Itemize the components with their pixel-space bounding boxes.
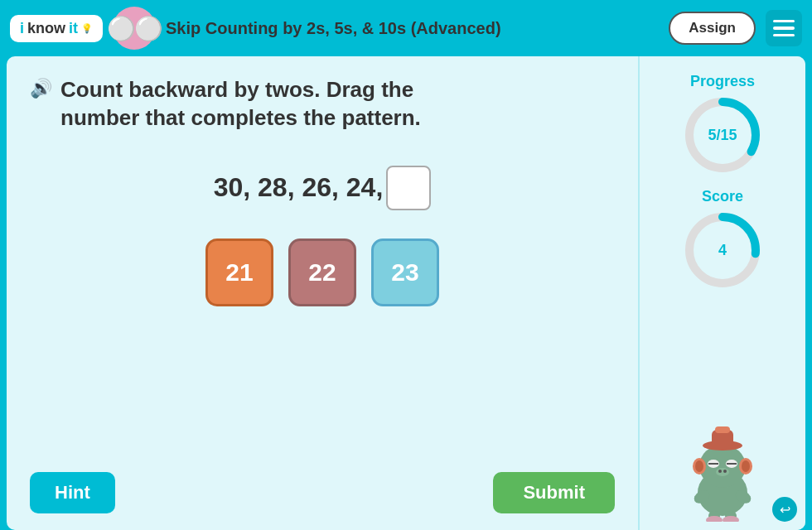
hint-button[interactable]: Hint	[30, 472, 115, 513]
assign-button[interactable]: Assign	[669, 12, 756, 45]
menu-line-3	[773, 34, 795, 37]
progress-section: Progress 5/15	[681, 73, 764, 176]
tile-23[interactable]: 23	[371, 238, 439, 306]
back-button[interactable]: ↩	[772, 497, 797, 522]
score-chart: 4	[681, 209, 764, 292]
svg-point-19	[742, 460, 750, 472]
question-text: Count backward by twos. Drag the number …	[60, 76, 421, 132]
dots-icon: ⚪⚪	[107, 15, 162, 42]
bulb-icon: 💡	[81, 23, 93, 34]
tile-21[interactable]: 21	[205, 238, 273, 306]
audio-icon[interactable]: 🔊	[30, 78, 52, 99]
logo: iknowit 💡	[10, 15, 103, 42]
bottom-bar: Hint Submit	[30, 472, 615, 513]
mascot	[673, 406, 772, 522]
tile-22[interactable]: 22	[288, 238, 356, 306]
pattern-text: 30, 28, 26, 24,	[214, 172, 384, 203]
score-label: Score	[702, 188, 743, 205]
logo-know: know	[27, 20, 65, 37]
app-header: iknowit 💡 ⚪⚪ Skip Counting by 2s, 5s, & …	[0, 0, 812, 56]
mascot-svg	[677, 410, 768, 522]
svg-point-11	[718, 470, 722, 473]
score-value: 4	[718, 242, 727, 259]
left-panel: 🔊 Count backward by twos. Drag the numbe…	[7, 56, 640, 530]
main-content: 🔊 Count backward by twos. Drag the numbe…	[7, 56, 805, 530]
menu-line-1	[773, 20, 795, 23]
progress-value: 5/15	[708, 127, 737, 144]
progress-chart: 5/15	[681, 94, 764, 176]
menu-button[interactable]	[766, 10, 802, 46]
svg-point-25	[723, 516, 739, 522]
lesson-icon: ⚪⚪	[113, 7, 156, 50]
logo-i: i	[20, 20, 24, 37]
svg-rect-15	[715, 426, 730, 433]
logo-it: it	[69, 20, 78, 37]
menu-line-2	[773, 26, 795, 30]
svg-point-5	[699, 445, 746, 488]
svg-point-10	[716, 468, 729, 476]
submit-button[interactable]: Submit	[493, 472, 615, 513]
question-line2: number that completes the pattern.	[60, 105, 421, 130]
pattern-display: 30, 28, 26, 24,	[30, 166, 615, 210]
drag-options: 21 22 23	[30, 238, 615, 306]
question-header: 🔊 Count backward by twos. Drag the numbe…	[30, 76, 615, 132]
progress-label: Progress	[690, 73, 755, 90]
svg-point-12	[723, 470, 727, 473]
question-line1: Count backward by twos. Drag the	[60, 77, 413, 102]
right-panel: Progress 5/15 Score 4	[640, 56, 805, 530]
score-section: Score 4	[681, 188, 764, 292]
svg-point-24	[706, 516, 723, 522]
drop-target[interactable]	[386, 166, 431, 210]
lesson-title: Skip Counting by 2s, 5s, & 10s (Advanced…	[166, 19, 659, 38]
svg-point-17	[695, 460, 703, 472]
